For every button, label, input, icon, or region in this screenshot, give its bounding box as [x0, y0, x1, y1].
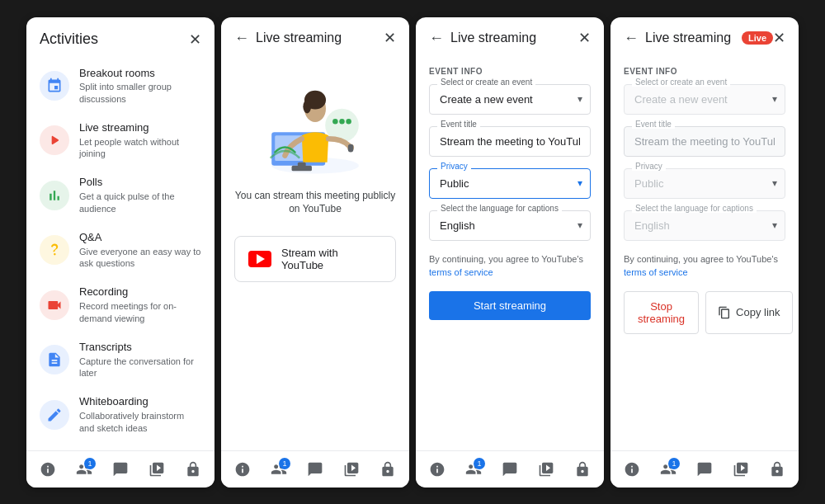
panel3-form: EVENT INFO Select or create an event Cre…	[416, 55, 604, 450]
people-badge-4: 1	[668, 458, 680, 469]
back-icon-2[interactable]: ←	[234, 31, 249, 45]
nav4-chat[interactable]	[690, 458, 719, 481]
nav3-info[interactable]	[422, 458, 452, 481]
recording-desc: Record meetings for on-demand viewing	[79, 300, 201, 324]
event-select-4: Create a new event	[624, 84, 785, 115]
tos-link-4[interactable]: terms of service	[624, 267, 688, 277]
tos-text: By continuing, you agree to YouTube's te…	[429, 252, 591, 280]
illustration-area: You can stream this meeting publicly on …	[234, 55, 396, 230]
back-icon-3[interactable]: ←	[429, 31, 444, 45]
polls-desc: Get a quick pulse of the audience	[79, 191, 201, 214]
live-desc: Let people watch without joining	[79, 136, 201, 160]
nav2-info[interactable]	[228, 458, 257, 481]
panel2-content: You can stream this meeting publicly on …	[221, 55, 409, 450]
nav-lock[interactable]	[178, 458, 208, 481]
live-icon-bg	[40, 125, 69, 155]
privacy-label-4: Privacy	[632, 162, 666, 171]
action-row: Stop streaming Copy link	[624, 291, 785, 334]
captions-label-4: Select the language for captions	[632, 204, 757, 213]
bottom-nav-4: 1	[610, 450, 799, 488]
panel2-title: Live streaming	[256, 31, 384, 45]
stream-youtube-button[interactable]: Stream with YouTube	[234, 236, 396, 282]
nav3-activities[interactable]	[531, 458, 561, 481]
start-streaming-button[interactable]: Start streaming	[429, 291, 591, 320]
whiteboard-name: Whiteboarding	[79, 395, 201, 409]
breakout-icon	[40, 71, 69, 101]
activity-item-polls[interactable]: Polls Get a quick pulse of the audience	[33, 167, 208, 222]
transcripts-desc: Capture the conversation for later	[79, 356, 201, 379]
people-badge-2: 1	[279, 458, 290, 469]
close-icon-2[interactable]: ✕	[384, 29, 396, 47]
nav-chat[interactable]	[106, 458, 135, 481]
activity-item-qa[interactable]: Q&A Give everyone an easy way to ask que…	[33, 223, 208, 277]
copy-link-button[interactable]: Copy link	[705, 291, 792, 334]
livestream-intro-panel: ← Live streaming ✕	[221, 17, 409, 488]
breakout-desc: Split into smaller group discussions	[79, 81, 201, 105]
event-title-label-4: Event title	[632, 120, 675, 129]
svg-point-6	[346, 118, 351, 124]
close-icon[interactable]: ✕	[189, 31, 201, 49]
close-icon-4[interactable]: ✕	[773, 29, 785, 47]
captions-select[interactable]: English	[429, 210, 591, 241]
nav2-people[interactable]: 1	[264, 458, 294, 481]
nav3-chat[interactable]	[495, 458, 525, 481]
activity-text-whiteboard: Whiteboarding Collaboratively brainstorm…	[79, 395, 201, 433]
activities-header: Activities ✕	[26, 17, 214, 59]
live-name: Live streaming	[79, 121, 201, 135]
tos-text-4: By continuing, you agree to YouTube's te…	[624, 252, 785, 280]
recording-icon	[40, 290, 69, 320]
qa-name: Q&A	[79, 231, 201, 245]
close-icon-3[interactable]: ✕	[578, 29, 591, 47]
nav4-lock[interactable]	[762, 458, 792, 481]
nav4-people[interactable]: 1	[653, 458, 683, 481]
activity-item-breakout[interactable]: Breakout rooms Split into smaller group …	[33, 59, 208, 113]
event-field: Select or create an event Create a new e…	[429, 84, 591, 115]
activity-item-live[interactable]: Live streaming Let people watch without …	[33, 113, 208, 167]
streaming-illustration	[253, 72, 377, 179]
event-label: Select or create an event	[437, 78, 535, 87]
captions-select-4: English	[624, 210, 785, 241]
nav2-chat[interactable]	[300, 458, 330, 481]
whiteboard-desc: Collaboratively brainstorm and sketch id…	[79, 410, 201, 434]
activity-item-robot[interactable]: Robot game Play while you wait	[33, 442, 208, 450]
nav4-activities[interactable]	[726, 458, 756, 481]
nav4-info[interactable]	[617, 458, 647, 481]
nav-info[interactable]	[33, 458, 63, 481]
nav2-lock[interactable]	[373, 458, 403, 481]
nav3-people[interactable]: 1	[459, 458, 488, 481]
livestream-form-panel: ← Live streaming ✕ EVENT INFO Select or …	[416, 17, 604, 488]
breakout-name: Breakout rooms	[79, 67, 201, 81]
activity-item-transcripts[interactable]: Transcripts Capture the conversation for…	[33, 332, 208, 387]
event-title-label: Event title	[437, 120, 480, 129]
people-badge: 1	[84, 458, 96, 469]
youtube-icon	[248, 251, 271, 267]
event-select[interactable]: Create a new event	[429, 84, 591, 115]
back-icon-4[interactable]: ←	[624, 31, 639, 45]
event-title-field: Event title	[429, 126, 591, 157]
panel4-form: EVENT INFO Select or create an event Cre…	[610, 55, 799, 450]
privacy-field: Privacy Public Private Unlisted ▾	[429, 168, 591, 199]
nav-activities[interactable]	[142, 458, 172, 481]
privacy-field-4: Privacy Public ▾	[624, 168, 785, 199]
bottom-nav-2: 1	[221, 450, 409, 488]
activity-item-whiteboard[interactable]: Whiteboarding Collaboratively brainstorm…	[33, 387, 208, 441]
youtube-button-label: Stream with YouTube	[281, 247, 382, 271]
event-title-input[interactable]	[429, 126, 591, 157]
activities-title: Activities	[40, 31, 98, 48]
nav-people[interactable]: 1	[69, 458, 99, 481]
activity-text-live: Live streaming Let people watch without …	[79, 121, 201, 159]
livestream-active-panel: ← Live streaming Live ✕ EVENT INFO Selec…	[610, 17, 799, 488]
privacy-select[interactable]: Public Private Unlisted	[429, 168, 591, 199]
nav2-activities[interactable]	[337, 458, 366, 481]
nav3-lock[interactable]	[568, 458, 597, 481]
stop-streaming-button[interactable]: Stop streaming	[624, 291, 699, 334]
activity-text-breakout: Breakout rooms Split into smaller group …	[79, 67, 201, 105]
activity-text-polls: Polls Get a quick pulse of the audience	[79, 176, 201, 214]
panel4-header: ← Live streaming Live ✕	[610, 17, 799, 55]
people-badge-3: 1	[474, 458, 485, 469]
transcripts-icon	[40, 345, 69, 374]
illustration-text: You can stream this meeting publicly on …	[234, 189, 396, 217]
captions-label: Select the language for captions	[437, 204, 562, 213]
activity-item-recording[interactable]: Recording Record meetings for on-demand …	[33, 277, 208, 332]
tos-link[interactable]: terms of service	[429, 267, 493, 277]
